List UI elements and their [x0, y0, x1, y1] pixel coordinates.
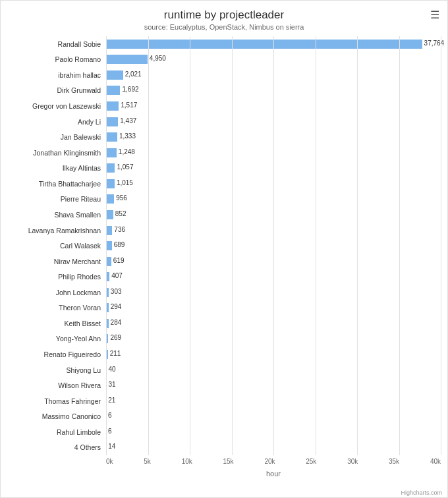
bar-label: Massimo Canonico [2, 412, 101, 420]
bar-label: Carl Walasek [2, 242, 101, 250]
bar-label: Andy Li [2, 118, 101, 126]
bar-track: 303 [106, 285, 441, 300]
bar-label: Paolo Romano [2, 55, 101, 63]
bar-value: 211 [110, 350, 121, 357]
bar-row: Nirav Merchant619 [106, 254, 441, 269]
bar-fill: 1,333 [106, 132, 117, 142]
bar-label: Wilson Rivera [2, 381, 101, 389]
bar-row: Jonathan Klinginsmith1,248 [106, 145, 441, 161]
bar-row: Pierre Riteau956 [106, 192, 441, 208]
bar-label: Theron Voran [2, 304, 101, 312]
bar-label: Thomas Fahringer [2, 397, 101, 405]
bar-value: 37,764 [424, 40, 445, 47]
bar-value: 284 [111, 319, 122, 326]
bar-label: Shava Smallen [2, 211, 101, 219]
bar-fill: 689 [106, 241, 112, 250]
bar-track: 1,437 [106, 114, 441, 130]
bar-row: Dirk Grunwald1,692 [106, 83, 441, 99]
bar-row: Carl Walasek689 [106, 238, 441, 254]
bar-value: 1,057 [117, 163, 133, 171]
bar-row: John Lockman303 [106, 285, 441, 300]
bar-label: Shiyong Lu [2, 366, 101, 374]
bar-value: 1,015 [117, 179, 133, 186]
bar-fill: 211 [106, 350, 108, 359]
bar-row: Keith Bisset284 [106, 316, 441, 331]
menu-icon[interactable]: ☰ [430, 9, 439, 21]
x-tick: 35k [389, 458, 399, 468]
bar-row: Yong-Yeol Ahn269 [106, 331, 441, 347]
bar-value: 852 [115, 210, 126, 217]
bar-label: Keith Bisset [2, 319, 101, 327]
bar-value: 6 [108, 428, 112, 435]
chart-container: runtime by projectleader source: Eucalyp… [0, 0, 448, 498]
bar-track: 2,021 [106, 67, 441, 83]
bar-track: 407 [106, 269, 441, 285]
bar-track: 1,333 [106, 129, 441, 145]
grid-line [441, 36, 441, 455]
bar-label: Jonathan Klinginsmith [2, 149, 101, 157]
bar-track: 852 [106, 207, 441, 223]
bar-fill: 407 [106, 272, 109, 281]
bar-fill: 303 [106, 288, 109, 297]
bar-row: Wilson Rivera31 [106, 377, 441, 393]
bar-track: 31 [106, 377, 441, 393]
x-tick: 5k [144, 458, 151, 468]
bar-fill: 736 [106, 226, 112, 235]
bar-value: 2,021 [125, 70, 142, 78]
bar-fill: 2,021 [106, 70, 123, 80]
bars-area: Randall Sobie37,764Paolo Romano4,950ibra… [106, 36, 441, 455]
bar-track: 211 [106, 346, 441, 362]
bar-label: 4 Others [2, 443, 101, 451]
x-tick: 30k [347, 458, 358, 468]
bar-value: 1,437 [120, 117, 136, 124]
bar-track: 736 [106, 223, 441, 238]
bar-track: 4,950 [106, 52, 441, 68]
bar-value: 736 [114, 226, 125, 233]
bar-row: Rahul Limbole6 [106, 424, 441, 440]
bar-row: Randall Sobie37,764 [106, 36, 441, 52]
bar-track: 14 [106, 440, 441, 456]
bar-label: Rahul Limbole [2, 428, 101, 436]
chart-header: runtime by projectleader source: Eucalyp… [1, 1, 447, 34]
bar-row: Massimo Canonico6 [106, 409, 441, 425]
bar-fill: 852 [106, 210, 113, 219]
bar-value: 14 [108, 443, 115, 450]
bar-label: Gregor von Laszewski [2, 102, 101, 110]
x-tick: 10k [182, 458, 192, 468]
bar-track: 1,517 [106, 98, 441, 114]
x-tick: 15k [223, 458, 234, 468]
bar-track: 284 [106, 316, 441, 331]
bar-fill: 619 [106, 257, 111, 266]
bar-label: Pierre Riteau [2, 195, 101, 203]
bar-value: 407 [111, 272, 123, 279]
bar-label: Philip Rhodes [2, 273, 101, 281]
bar-value: 294 [111, 303, 122, 310]
bar-value: 619 [113, 257, 125, 264]
bar-row: Shiyong Lu40 [106, 362, 441, 378]
bar-track: 1,015 [106, 176, 441, 192]
bar-label: Lavanya Ramakrishnan [2, 227, 101, 235]
bar-fill: 956 [106, 194, 114, 204]
bar-fill: 294 [106, 303, 109, 312]
bar-value: 6 [108, 412, 112, 419]
bar-value: 1,248 [119, 148, 135, 155]
bar-value: 40 [109, 366, 116, 373]
bar-label: Ilkay Altintas [2, 164, 101, 172]
chart-body: Randall Sobie37,764Paolo Romano4,950ibra… [1, 34, 447, 497]
bar-row: Tirtha Bhattacharjee1,015 [106, 176, 441, 192]
bar-track: 294 [106, 300, 441, 316]
bar-label: Randall Sobie [2, 40, 101, 48]
bar-track: 6 [106, 424, 441, 440]
bar-label: Jan Balewski [2, 133, 101, 141]
bar-label: Yong-Yeol Ahn [2, 335, 101, 343]
bar-fill: 1,517 [106, 101, 119, 111]
bar-fill: 1,248 [106, 148, 117, 157]
bar-value: 1,517 [121, 101, 137, 109]
bar-track: 1,248 [106, 145, 441, 161]
bar-row: Philip Rhodes407 [106, 269, 441, 285]
x-tick: 40k [430, 458, 441, 468]
bar-fill: 1,692 [106, 86, 120, 95]
x-tick: 0k [106, 458, 113, 468]
bar-track: 619 [106, 254, 441, 269]
x-tick: 25k [306, 458, 316, 468]
